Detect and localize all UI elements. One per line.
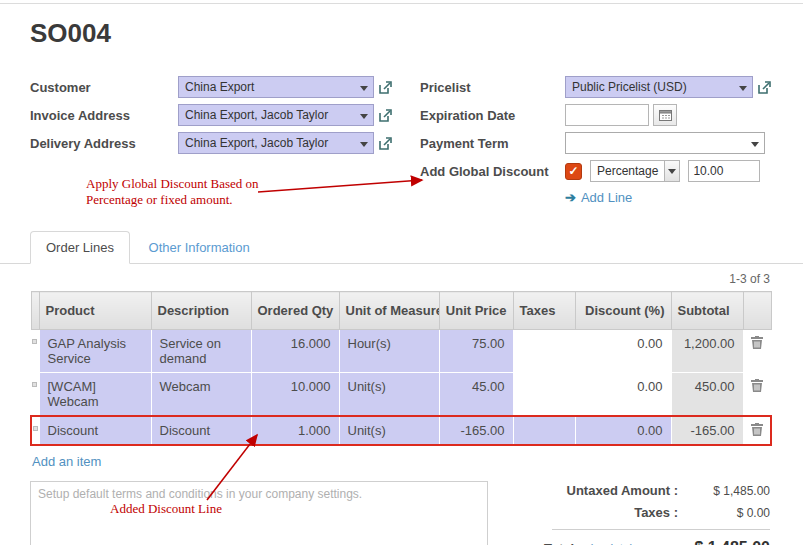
invoice-address-label: Invoice Address bbox=[30, 108, 178, 123]
trash-icon bbox=[751, 336, 763, 349]
chevron-down-icon bbox=[360, 114, 368, 119]
customer-external-link-icon[interactable] bbox=[379, 81, 392, 94]
cell-ordered-qty[interactable]: 1.000 bbox=[251, 416, 339, 445]
cell-product[interactable]: Discount bbox=[39, 416, 151, 445]
global-discount-label: Add Global Discount bbox=[420, 164, 565, 179]
add-line-button[interactable]: ➔ Add Line bbox=[565, 190, 655, 205]
delete-line-button[interactable] bbox=[751, 336, 763, 352]
invoice-address-select[interactable]: China Export, Jacob Taylor bbox=[178, 104, 374, 126]
order-line-row-discount: Discount Discount 1.000 Unit(s) -165.00 … bbox=[31, 416, 771, 445]
cell-unit-of-measure[interactable]: Unit(s) bbox=[339, 373, 439, 417]
cell-ordered-qty[interactable]: 10.000 bbox=[251, 373, 339, 417]
total-value: $ 1,485.00 bbox=[694, 539, 770, 545]
row-drag-handle[interactable] bbox=[31, 373, 39, 417]
tab-other-information[interactable]: Other Information bbox=[134, 232, 265, 263]
check-icon: ✓ bbox=[568, 164, 578, 178]
discount-type-select[interactable]: Percentage bbox=[590, 160, 680, 182]
table-header-row: Product Description Ordered Qty Unit of … bbox=[31, 292, 771, 330]
payment-term-label: Payment Term bbox=[420, 136, 565, 151]
col-header-discount[interactable]: Discount (%) bbox=[575, 292, 671, 330]
customer-select[interactable]: China Export bbox=[178, 76, 374, 98]
cell-unit-price[interactable]: 45.00 bbox=[439, 373, 513, 417]
col-header-unit-of-measure[interactable]: Unit of Measure bbox=[339, 292, 439, 330]
chevron-down-icon bbox=[360, 86, 368, 91]
discount-amount-input[interactable] bbox=[688, 160, 760, 182]
taxes-value: $ 0.00 bbox=[678, 506, 770, 520]
tab-order-lines[interactable]: Order Lines bbox=[30, 231, 130, 264]
chevron-down-icon bbox=[360, 142, 368, 147]
page-title: SO004 bbox=[30, 17, 803, 49]
sale-order-page: { "title": "SO004", "icons": { "check": … bbox=[0, 0, 803, 545]
chevron-down-icon bbox=[664, 161, 679, 181]
trash-icon bbox=[751, 379, 763, 392]
untaxed-amount-value: $ 1,485.00 bbox=[678, 484, 770, 498]
cell-discount[interactable]: 0.00 bbox=[575, 416, 671, 445]
global-discount-checkbox[interactable]: ✓ bbox=[565, 163, 582, 180]
order-line-row-1: GAP Analysis Service Service on demand 1… bbox=[31, 330, 771, 373]
delivery-address-value: China Export, Jacob Taylor bbox=[185, 136, 328, 150]
cell-subtotal[interactable]: -165.00 bbox=[671, 416, 743, 445]
pager: 1-3 of 3 bbox=[0, 264, 803, 291]
add-line-label: Add Line bbox=[581, 190, 632, 205]
cell-product[interactable]: [WCAM] Webcam bbox=[39, 373, 151, 417]
invoice-address-value: China Export, Jacob Taylor bbox=[185, 108, 328, 122]
top-divider bbox=[0, 3, 803, 4]
cell-taxes[interactable] bbox=[513, 330, 575, 373]
add-an-item-link[interactable]: Add an item bbox=[32, 454, 101, 469]
row-drag-handle[interactable] bbox=[31, 330, 39, 373]
drag-handle-column-header bbox=[31, 292, 39, 330]
payment-term-select[interactable] bbox=[565, 132, 765, 154]
row-drag-handle[interactable] bbox=[31, 416, 39, 445]
col-header-taxes[interactable]: Taxes bbox=[513, 292, 575, 330]
col-header-description[interactable]: Description bbox=[151, 292, 251, 330]
cell-discount[interactable]: 0.00 bbox=[575, 330, 671, 373]
cell-unit-price[interactable]: 75.00 bbox=[439, 330, 513, 373]
pricelist-value: Public Pricelist (USD) bbox=[572, 80, 687, 94]
delivery-address-label: Delivery Address bbox=[30, 136, 178, 151]
annotation-global-discount-note: Apply Global Discount Based on Percentag… bbox=[86, 176, 271, 207]
chevron-down-icon bbox=[751, 142, 759, 147]
col-header-unit-price[interactable]: Unit Price bbox=[439, 292, 513, 330]
cell-description[interactable]: Discount bbox=[151, 416, 251, 445]
pricelist-select[interactable]: Public Pricelist (USD) bbox=[565, 76, 753, 98]
cell-discount[interactable]: 0.00 bbox=[575, 373, 671, 417]
total-label: Total : bbox=[544, 541, 582, 545]
delivery-address-external-link-icon[interactable] bbox=[379, 137, 392, 150]
calendar-icon[interactable] bbox=[653, 104, 677, 126]
untaxed-amount-label: Untaxed Amount : bbox=[567, 483, 678, 498]
cell-product[interactable]: GAP Analysis Service bbox=[39, 330, 151, 373]
cell-ordered-qty[interactable]: 16.000 bbox=[251, 330, 339, 373]
expiration-date-label: Expiration Date bbox=[420, 108, 565, 123]
invoice-address-external-link-icon[interactable] bbox=[379, 109, 392, 122]
cell-subtotal[interactable]: 450.00 bbox=[671, 373, 743, 417]
totals-panel: Untaxed Amount : $ 1,485.00 Taxes : $ 0.… bbox=[532, 481, 770, 545]
order-line-row-2: [WCAM] Webcam Webcam 10.000 Unit(s) 45.0… bbox=[31, 373, 771, 417]
cell-subtotal[interactable]: 1,200.00 bbox=[671, 330, 743, 373]
delete-column-header bbox=[743, 292, 771, 330]
terms-and-conditions-textarea[interactable] bbox=[30, 481, 488, 545]
customer-value: China Export bbox=[185, 80, 254, 94]
pricelist-external-link-icon[interactable] bbox=[758, 81, 771, 94]
cell-description[interactable]: Webcam bbox=[151, 373, 251, 417]
customer-label: Customer bbox=[30, 80, 178, 95]
cell-taxes[interactable] bbox=[513, 416, 575, 445]
delete-line-button[interactable] bbox=[751, 379, 763, 395]
col-header-subtotal[interactable]: Subtotal bbox=[671, 292, 743, 330]
cell-unit-of-measure[interactable]: Hour(s) bbox=[339, 330, 439, 373]
cell-description[interactable]: Service on demand bbox=[151, 330, 251, 373]
cell-unit-price[interactable]: -165.00 bbox=[439, 416, 513, 445]
col-header-ordered-qty[interactable]: Ordered Qty bbox=[251, 292, 339, 330]
order-lines-table: Product Description Ordered Qty Unit of … bbox=[30, 291, 772, 446]
cell-unit-of-measure[interactable]: Unit(s) bbox=[339, 416, 439, 445]
form-right-column: Pricelist Public Pricelist (USD) Expirat… bbox=[420, 75, 771, 205]
notebook-tabs: Order Lines Other Information bbox=[0, 231, 803, 264]
col-header-product[interactable]: Product bbox=[39, 292, 151, 330]
cell-taxes[interactable] bbox=[513, 373, 575, 417]
delivery-address-select[interactable]: China Export, Jacob Taylor bbox=[178, 132, 374, 154]
expiration-date-input[interactable] bbox=[565, 104, 649, 126]
trash-icon bbox=[751, 423, 763, 436]
taxes-label: Taxes : bbox=[634, 505, 678, 520]
delete-line-button[interactable] bbox=[751, 423, 763, 439]
arrow-right-icon: ➔ bbox=[565, 190, 576, 205]
totals-divider bbox=[552, 529, 770, 530]
